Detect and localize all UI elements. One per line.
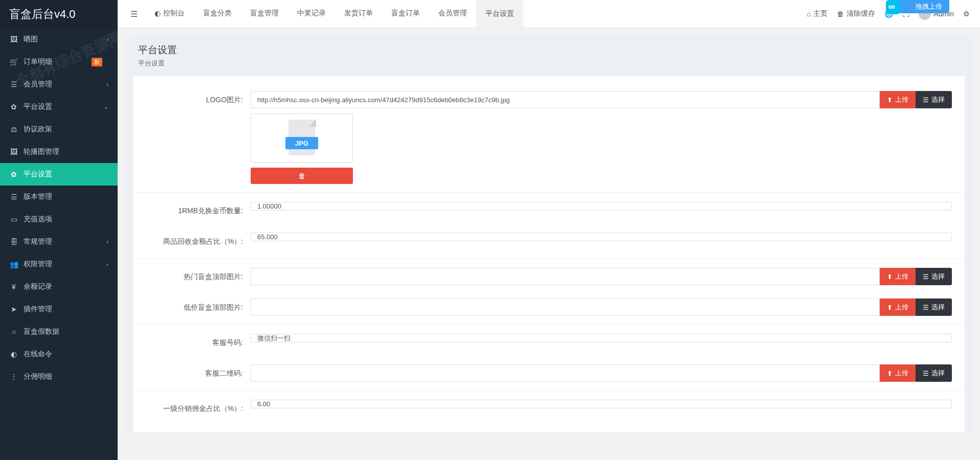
upload-icon: ⬆ [887,96,893,104]
cheap-img-upload-button[interactable]: ⬆上传 [880,298,916,316]
button-label: 上传 [895,272,908,281]
sidebar-item-order-detail[interactable]: 🛒订单明细新 [0,51,118,73]
page-title: 平台设置 [138,43,960,57]
service-no-input[interactable] [251,334,952,342]
tab-label: 发货订单 [344,9,373,18]
settings-button[interactable]: ⚙ [963,10,970,18]
home-link[interactable]: ⌂主页 [807,9,828,18]
nav-tabs: ◐控制台 盲盒分类 盲盒管理 中奖记录 发货订单 盲盒订单 会员管理 平台设置 [145,0,523,28]
sidebar-item-balance[interactable]: ¥余额记录 [0,275,118,298]
hot-img-input[interactable] [251,268,880,285]
rocket-icon: ➤ [9,305,18,313]
list-icon: ☰ [9,193,18,201]
logo-url-input[interactable] [251,91,880,108]
sidebar-item-plugins[interactable]: ➤插件管理 [0,298,118,320]
sidebar-item-platform-settings[interactable]: ✿平台设置 [0,163,118,186]
sidebar-item-members[interactable]: ☰会员管理‹ [0,73,118,96]
service-no-label: 客服号码: [133,334,251,351]
chevron-left-icon: ‹ [106,36,108,42]
tab-box-manage[interactable]: 盲盒管理 [241,0,288,28]
cheap-img-label: 低价盲盒顶部图片: [133,298,251,316]
sidebar-item-label: 余额记录 [24,282,52,291]
sidebar-item-label: 分佣明细 [24,372,52,381]
sidebar-item-recharge[interactable]: ▭充值选项 [0,208,118,231]
tab-box-order[interactable]: 盲盒订单 [382,0,429,28]
service-qr-input[interactable] [251,364,880,382]
list-icon: ☰ [923,96,929,104]
cheap-img-input[interactable] [251,298,880,316]
sidebar-item-label: 插件管理 [24,305,52,314]
topbar: ☰ ◐控制台 盲盒分类 盲盒管理 中奖记录 发货订单 盲盒订单 会员管理 平台设… [118,0,980,28]
sidebar-item-policy[interactable]: ⚖协议政策 [0,118,118,141]
users-icon: 👥 [9,260,18,268]
gear-icon: ✿ [9,170,18,178]
tab-console[interactable]: ◐控制台 [145,0,194,28]
tab-box-category[interactable]: 盲盒分类 [194,0,241,28]
balance-icon: ⚖ [9,125,18,133]
image-icon: 🖼 [9,35,18,43]
list-icon: ☰ [923,370,929,377]
list-icon: ☰ [923,273,929,281]
sidebar-item-general[interactable]: 🗄常规管理‹ [0,231,118,253]
tab-platform-settings[interactable]: 平台设置 [476,0,523,28]
nav-toggle-button[interactable]: ☰ [123,9,145,19]
chevron-down-icon: ⌄ [104,104,108,110]
service-qr-upload-button[interactable]: ⬆上传 [880,364,916,382]
button-label: 选择 [931,95,945,104]
rmb-rate-label: 1RMB兑换金币数量: [133,202,251,219]
sidebar-item-command[interactable]: ◐在线命令 [0,343,118,365]
sidebar-item-platform[interactable]: ✿平台设置⌄ [0,96,118,118]
sidebar-item-label: 权限管理 [24,260,52,269]
rmb-rate-input[interactable] [251,202,952,211]
jpg-file-icon: JPG [285,118,318,158]
tab-win-record[interactable]: 中奖记录 [288,0,335,28]
button-label: 上传 [895,95,908,104]
sidebar-item-label: 常规管理 [24,237,52,246]
cheap-img-select-button[interactable]: ☰选择 [916,298,952,316]
commission1-label: 一级分销佣金占比（%）: [133,400,251,417]
drag-upload-badge[interactable]: ∞ 拖拽上传 [898,0,949,13]
tab-ship-order[interactable]: 发货订单 [335,0,382,28]
sidebar-item-label: 在线命令 [24,350,52,359]
sidebar-item-versions[interactable]: ☰版本管理 [0,186,118,208]
home-label: 主页 [813,9,828,18]
tab-member-manage[interactable]: 会员管理 [429,0,476,28]
sidebar-item-label: 平台设置 [24,170,52,179]
service-qr-select-button[interactable]: ☰选择 [916,364,952,382]
sidebar-item-commission[interactable]: ⋮分佣明细 [0,365,118,388]
recycle-pct-label: 商品回收金额占比（%）: [133,233,251,250]
button-label: 上传 [895,369,908,378]
tab-label: 盲盒订单 [391,9,420,18]
tab-label: 盲盒管理 [250,9,279,18]
logo-delete-button[interactable]: 🗑 [251,168,353,184]
commission1-input[interactable] [251,400,952,408]
hot-img-select-button[interactable]: ☰选择 [916,268,952,285]
image-icon: 🖼 [9,148,18,156]
sidebar-item-carousel[interactable]: 🖼轮播图管理 [0,141,118,163]
clear-cache-link[interactable]: 🗑清除缓存 [837,9,875,18]
file-ext-label: JPG [285,137,318,149]
sidebar-item-gallery[interactable]: 🖼晒图‹ [0,28,118,51]
button-label: 上传 [895,303,908,312]
sidebar-item-label: 平台设置 [24,102,52,111]
upload-icon: ⬆ [887,370,893,377]
sidebar-item-label: 充值选项 [24,215,52,224]
button-label: 选择 [931,369,945,378]
sidebar-item-fake-data[interactable]: ○盲盒假数据 [0,320,118,343]
drag-upload-label: 拖拽上传 [916,3,942,10]
chevron-left-icon: ‹ [106,261,108,267]
new-badge: 新 [92,58,102,66]
sidebar-item-permissions[interactable]: 👥权限管理‹ [0,253,118,275]
logo-select-button[interactable]: ☰选择 [916,91,952,108]
chevron-left-icon: ‹ [106,81,108,87]
dashboard-icon: ◐ [154,9,161,17]
sidebar-item-label: 协议政策 [24,125,52,134]
logo-upload-button[interactable]: ⬆上传 [880,91,916,108]
recycle-pct-input[interactable] [251,233,952,241]
hot-img-upload-button[interactable]: ⬆上传 [880,268,916,285]
rect-icon: ▭ [9,215,18,223]
tab-label: 会员管理 [438,9,467,18]
tab-label: 平台设置 [485,9,514,18]
sidebar-item-label: 轮播图管理 [24,147,59,156]
database-icon: 🗄 [9,238,18,246]
